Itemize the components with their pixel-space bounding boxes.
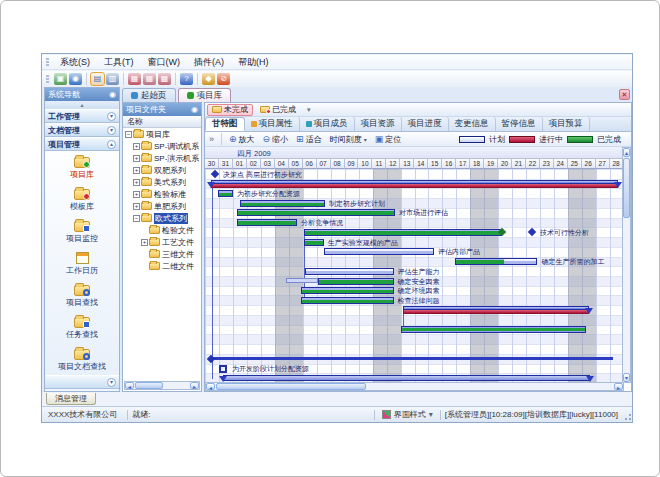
task-bar[interactable] — [305, 268, 394, 275]
tree-row-单肥系列[interactable]: +单肥系列 — [123, 200, 201, 212]
nav-group-工作管理[interactable]: 工作管理▾ — [45, 109, 119, 123]
open-folder-icon[interactable]: ▤ — [91, 73, 104, 85]
nav-collapse-strip[interactable]: ▴ — [45, 101, 119, 109]
system-monitor-icon[interactable]: ▣ — [54, 73, 67, 85]
nav-item-项目监控[interactable]: 项目监控 — [45, 215, 119, 247]
scroll-thumb[interactable] — [623, 158, 630, 218]
menu-item-3[interactable]: 插件(A) — [187, 55, 231, 70]
summary-progress-bar[interactable] — [403, 306, 589, 314]
pin-icon[interactable]: ◉ — [191, 105, 198, 114]
gantt-tab-项目资源[interactable]: 项目资源 — [355, 117, 402, 131]
gantt-tab-项目预算[interactable]: 项目预算 — [543, 117, 590, 131]
nav-item-工作日历[interactable]: 工作日历 — [45, 247, 119, 279]
tree-expander-icon[interactable]: + — [133, 143, 140, 150]
chevron-icon[interactable]: ▾ — [107, 112, 116, 121]
scroll-left-arrow[interactable]: ◂ — [206, 383, 215, 390]
style-button[interactable]: 界面样式 — [394, 409, 426, 420]
task-bar[interactable] — [318, 278, 393, 285]
doc-tab-项目库[interactable]: 项目库 — [178, 88, 232, 102]
chevron-icon[interactable]: ▾ — [107, 378, 116, 387]
message-manager-dock-tab[interactable]: 消息管理 — [46, 393, 96, 405]
menu-item-1[interactable]: 工具(T) — [97, 55, 141, 70]
pin-icon[interactable]: ◉ — [109, 90, 116, 99]
gantt-tab-项目属性[interactable]: 项目属性 — [245, 117, 300, 131]
summary-progress-bar[interactable] — [211, 180, 617, 188]
tool-缩小[interactable]: ⊖缩小 — [259, 133, 293, 146]
scroll-thumb[interactable] — [135, 382, 163, 389]
task-bar[interactable] — [304, 239, 324, 246]
tree-horizontal-scrollbar[interactable]: ◂ ▸ — [124, 381, 200, 390]
task-bar[interactable] — [223, 375, 590, 381]
menu-item-2[interactable]: 窗口(W) — [141, 55, 188, 70]
task-bar[interactable] — [240, 200, 325, 207]
doc-tab-起始页[interactable]: 起始页 — [122, 88, 176, 102]
toolbar-overflow-button[interactable]: » — [205, 134, 218, 144]
filter-button-未完成[interactable]: 未完成 — [207, 104, 253, 116]
tool-定位[interactable]: ▣定位 — [371, 133, 406, 146]
menu-item-4[interactable]: 帮助(H) — [231, 55, 276, 70]
gantt-vertical-scrollbar[interactable]: ▴ ▾ — [622, 147, 631, 383]
chevron-icon[interactable]: ▴ — [107, 140, 116, 149]
resize-grip[interactable] — [622, 409, 632, 421]
calendar-delete-icon[interactable]: ▦ — [158, 73, 171, 85]
scroll-up-arrow[interactable]: ▴ — [623, 148, 630, 157]
tree-expander-icon[interactable]: − — [125, 131, 132, 138]
tree-row-美式系列[interactable]: +美式系列 — [123, 176, 201, 188]
calendar-new-icon[interactable]: ▦ — [128, 73, 141, 85]
task-bar[interactable] — [301, 287, 393, 294]
scroll-down-arrow[interactable]: ▾ — [623, 373, 630, 382]
task-bar[interactable] — [237, 219, 297, 226]
tree-expander-icon[interactable]: + — [133, 167, 140, 174]
gantt-tab-暂停信息[interactable]: 暂停信息 — [496, 117, 543, 131]
tree-expander-icon[interactable]: + — [133, 155, 140, 162]
tree-row-项目库[interactable]: −项目库 — [123, 128, 201, 140]
nav-group-bottom[interactable]: ▾ — [45, 375, 119, 389]
power-icon[interactable]: ⊘ — [217, 73, 230, 85]
tree-row-检验文件[interactable]: 检验文件 — [123, 224, 201, 236]
task-bar[interactable] — [401, 326, 587, 333]
gantt-tab-甘特图[interactable]: 甘特图 — [205, 117, 245, 131]
nav-item-项目查找[interactable]: 项目查找 — [45, 279, 119, 311]
gantt-chart-area[interactable]: 决策点 高层进行初步研究为初步研究分配资源制定初步研究计划对市场进行评估分析竞争… — [205, 169, 624, 383]
calendar-edit-icon[interactable]: ▦ — [143, 73, 156, 85]
nav-item-任务查找[interactable]: 任务查找 — [45, 311, 119, 343]
nav-item-项目文档查找[interactable]: 项目文档查找 — [45, 343, 119, 375]
task-bar[interactable] — [210, 357, 613, 360]
gantt-horizontal-scrollbar[interactable]: ◂ ▸ — [205, 382, 624, 391]
nav-group-文档管理[interactable]: 文档管理▾ — [45, 123, 119, 137]
tree-row-欧式系列[interactable]: −欧式系列 — [123, 212, 201, 224]
tree-row-二维文件[interactable]: 二维文件 — [123, 260, 201, 272]
scroll-right-arrow[interactable]: ▸ — [614, 383, 623, 390]
tool-适合[interactable]: ⊞适合 — [292, 133, 326, 146]
gantt-tab-变更信息[interactable]: 变更信息 — [449, 117, 496, 131]
nav-item-项目库[interactable]: 项目库 — [45, 151, 119, 183]
tree-column-header[interactable]: 名称 — [123, 116, 201, 128]
scroll-thumb[interactable] — [216, 383, 366, 390]
tool-时间刻度[interactable]: 时间刻度▾ — [326, 133, 371, 146]
task-note-box[interactable] — [219, 365, 227, 373]
gantt-tab-项目进度[interactable]: 项目进度 — [402, 117, 449, 131]
gantt-tab-项目成员[interactable]: 项目成员 — [300, 117, 355, 131]
filter-button-已完成[interactable]: 已完成 — [255, 104, 301, 116]
milestone-marker[interactable] — [528, 228, 536, 236]
menu-item-0[interactable]: 系统(S) — [53, 55, 97, 70]
nav-group-项目管理[interactable]: 项目管理▴ — [45, 137, 119, 151]
help-icon[interactable]: ? — [180, 73, 193, 85]
task-bar[interactable] — [324, 248, 434, 255]
globe-icon[interactable]: ◉ — [69, 73, 82, 85]
task-bar[interactable] — [304, 229, 502, 236]
chevron-icon[interactable]: ▾ — [107, 126, 116, 135]
tool-放大[interactable]: ⊕放大 — [225, 133, 259, 146]
scroll-right-arrow[interactable]: ▸ — [190, 382, 199, 389]
style-dropdown-arrow[interactable]: ▾ — [429, 410, 433, 419]
tree-row-双肥系列[interactable]: +双肥系列 — [123, 164, 201, 176]
lock-icon[interactable]: ◆ — [202, 73, 215, 85]
filter-more-button[interactable]: ▾ — [303, 106, 315, 114]
window-layout-icon[interactable]: ▥ — [106, 73, 119, 85]
task-bar[interactable] — [455, 258, 537, 265]
nav-item-模板库[interactable]: 模板库 — [45, 183, 119, 215]
tree-row-SP-调试机系[interactable]: +SP-调试机系 — [123, 140, 201, 152]
milestone-marker[interactable] — [211, 170, 219, 178]
task-bar[interactable] — [237, 209, 395, 216]
tree-expander-icon[interactable]: + — [133, 191, 140, 198]
